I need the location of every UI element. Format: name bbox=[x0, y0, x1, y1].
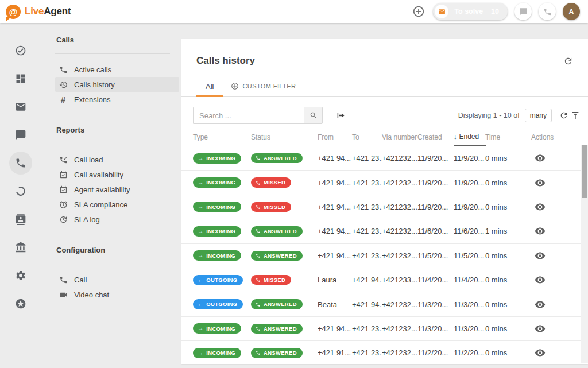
search-input[interactable] bbox=[193, 107, 304, 124]
time-cell: 0 mins bbox=[485, 154, 531, 162]
view-call-button[interactable] bbox=[535, 323, 546, 334]
user-avatar[interactable]: A bbox=[563, 3, 580, 20]
rail-item-gear[interactable] bbox=[9, 264, 32, 287]
via-number-cell: +421232... bbox=[382, 203, 417, 211]
sidebar-item-active-calls[interactable]: Active calls bbox=[55, 62, 179, 77]
rail-item-check-circle[interactable] bbox=[9, 39, 32, 62]
sidebar-item-call-availability[interactable]: Call availability bbox=[55, 167, 179, 182]
tab-all[interactable]: All bbox=[196, 76, 223, 96]
view-call-button[interactable] bbox=[535, 153, 546, 164]
column-header-from[interactable]: From bbox=[318, 133, 352, 141]
table-row[interactable]: →INCOMINGANSWERED+421 94...+421 23...+42… bbox=[181, 219, 588, 243]
arrow-left-icon: ← bbox=[198, 277, 203, 283]
total-count-chip[interactable]: many bbox=[525, 109, 552, 122]
view-call-button[interactable] bbox=[535, 347, 546, 358]
to-cell: +421 23... bbox=[352, 203, 382, 211]
search-button[interactable] bbox=[304, 107, 323, 124]
badge-label: ANSWERED bbox=[264, 301, 297, 307]
rail-item-bank[interactable] bbox=[9, 236, 32, 259]
phone-icon bbox=[256, 253, 261, 258]
column-header-created[interactable]: Created bbox=[417, 133, 454, 141]
column-header-type[interactable]: Type bbox=[193, 133, 251, 141]
add-new-button[interactable] bbox=[411, 4, 426, 19]
view-call-button[interactable] bbox=[535, 202, 546, 212]
panel-refresh-button[interactable] bbox=[563, 56, 573, 66]
table-row[interactable]: ←OUTGOINGMISSEDLaura+421 94...+421233...… bbox=[181, 268, 588, 292]
eye-icon bbox=[535, 202, 546, 212]
from-cell: Laura bbox=[318, 276, 352, 284]
view-call-button[interactable] bbox=[535, 250, 546, 261]
rail-item-phone[interactable] bbox=[9, 152, 32, 175]
scroll-to-top-button[interactable] bbox=[571, 111, 580, 120]
created-cell: 11/3/20... bbox=[417, 324, 454, 333]
badge-label: MISSED bbox=[264, 180, 285, 185]
table-row[interactable]: →INCOMINGMISSED+421 94...+421 23...+4212… bbox=[181, 170, 588, 194]
table-row[interactable]: →INCOMINGMISSED+421 94...+421 23...+4212… bbox=[181, 195, 588, 219]
time-cell: 0 mins bbox=[485, 276, 531, 284]
rail-item-dashboard[interactable] bbox=[9, 67, 32, 90]
divider bbox=[55, 53, 170, 54]
to-cell: +421 23... bbox=[352, 324, 382, 333]
next-to-solve-button[interactable] bbox=[336, 111, 345, 120]
calls-button[interactable] bbox=[539, 3, 556, 20]
phone-icon bbox=[59, 275, 68, 284]
missed-badge: MISSED bbox=[251, 275, 291, 285]
sidebar-item-agent-availability[interactable]: Agent availability bbox=[55, 182, 179, 197]
sidebar-item-extensions[interactable]: #Extensions bbox=[55, 92, 179, 107]
plus-circle-icon bbox=[412, 5, 425, 18]
from-cell: +421 94... bbox=[318, 154, 352, 162]
table-row[interactable]: →INCOMINGANSWERED+421 94...+421 23...+42… bbox=[181, 243, 588, 268]
type-cell: →INCOMING bbox=[193, 348, 251, 358]
column-header-via-number[interactable]: Via number bbox=[382, 133, 417, 141]
column-header-status[interactable]: Status bbox=[251, 133, 318, 141]
view-call-button[interactable] bbox=[535, 177, 546, 188]
to-solve-button[interactable]: To solve 10 bbox=[433, 3, 508, 20]
rail-item-chat[interactable] bbox=[9, 123, 32, 146]
column-header-actions[interactable]: Actions bbox=[531, 133, 579, 141]
view-call-button[interactable] bbox=[535, 226, 546, 237]
sidebar-item-video-chat[interactable]: Video chat bbox=[55, 287, 179, 302]
status-cell: ANSWERED bbox=[251, 324, 318, 334]
calendar-check-icon bbox=[59, 170, 68, 179]
sidebar-item-sla-compliance[interactable]: SLA compliance bbox=[55, 197, 179, 212]
mail-icon bbox=[15, 101, 26, 113]
time-cell: 0 mins bbox=[485, 179, 531, 187]
time-cell: 0 mins bbox=[485, 251, 531, 260]
incoming-badge: →INCOMING bbox=[193, 250, 241, 261]
view-call-button[interactable] bbox=[535, 299, 546, 310]
column-header-time[interactable]: Time bbox=[485, 133, 531, 141]
rail-item-mail[interactable] bbox=[9, 95, 32, 118]
arrow-left-icon: ← bbox=[198, 301, 203, 307]
sidebar-item-sla-log[interactable]: SLA log bbox=[55, 212, 179, 227]
sidebar-item-call[interactable]: Call bbox=[55, 272, 179, 287]
status-cell: MISSED bbox=[251, 202, 318, 212]
actions-cell bbox=[531, 202, 579, 212]
table-scrollbar[interactable] bbox=[581, 145, 588, 363]
column-header-ended[interactable]: ↓Ended bbox=[454, 129, 485, 146]
actions-cell bbox=[531, 250, 579, 261]
history-icon bbox=[59, 80, 68, 89]
scrollbar-thumb[interactable] bbox=[582, 145, 587, 198]
from-cell: +421 94... bbox=[318, 179, 352, 187]
rail-item-ring[interactable] bbox=[9, 180, 32, 203]
rail-item-contacts[interactable] bbox=[9, 208, 32, 231]
app-logo[interactable]: @ LiveAgent bbox=[6, 5, 71, 19]
column-header-to[interactable]: To bbox=[352, 133, 382, 141]
rail-item-star-circle[interactable] bbox=[9, 292, 32, 315]
chats-button[interactable] bbox=[514, 3, 532, 20]
table-row[interactable]: →INCOMINGANSWERED+421 94...+421 23...+42… bbox=[181, 146, 588, 170]
phone-icon bbox=[256, 350, 261, 355]
from-cell: +421 94... bbox=[318, 251, 352, 260]
view-call-button[interactable] bbox=[535, 274, 546, 285]
table-row[interactable]: →INCOMINGANSWERED+421 91...+421 23...+42… bbox=[181, 340, 588, 365]
refresh-icon bbox=[563, 56, 573, 66]
from-cell: +421 94... bbox=[318, 324, 352, 333]
sidebar-item-call-load[interactable]: Call load bbox=[55, 152, 179, 167]
tab-custom-filter[interactable]: CUSTOM FILTER bbox=[223, 76, 304, 96]
actions-cell bbox=[531, 274, 579, 285]
table-refresh-button[interactable] bbox=[559, 111, 568, 120]
phone-icon bbox=[256, 180, 261, 185]
table-row[interactable]: ←OUTGOINGANSWEREDBeata+421 94...+421232.… bbox=[181, 292, 588, 316]
table-row[interactable]: →INCOMINGANSWERED+421 94...+421 23...+42… bbox=[181, 316, 588, 340]
sidebar-item-calls-history[interactable]: Calls history bbox=[55, 77, 179, 92]
